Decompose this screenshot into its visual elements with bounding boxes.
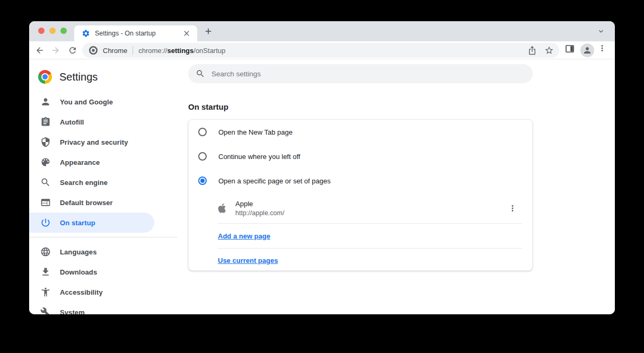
arrow-forward-icon (51, 46, 60, 55)
settings-page: Settings You and Google Autofill Privacy… (29, 59, 615, 314)
startup-page-url: http://apple.com/ (235, 209, 508, 217)
sidebar-item-label: Privacy and security (60, 138, 128, 146)
minimize-window-button[interactable] (49, 28, 56, 34)
chrome-logo-icon (38, 70, 52, 84)
option-continue-where-left-off[interactable]: Continue where you left off (189, 144, 532, 169)
page-title: Settings (59, 71, 98, 83)
new-tab-button[interactable] (201, 24, 216, 38)
address-separator (133, 46, 133, 55)
browser-window-icon (40, 197, 51, 208)
sidebar-item-label: System (60, 308, 85, 315)
section-title: On startup (188, 102, 615, 111)
more-vert-icon (597, 43, 607, 53)
wrench-icon (40, 307, 51, 314)
sidebar-item-on-startup[interactable]: On startup (29, 213, 154, 233)
screenshot-background: Settings - On startup (0, 0, 644, 353)
sidebar-item-system[interactable]: System (29, 302, 154, 314)
back-button[interactable] (33, 44, 46, 57)
profile-button[interactable] (580, 43, 594, 57)
sidebar-item-label: Languages (60, 248, 97, 256)
tab-title: Settings - On startup (95, 30, 182, 37)
arrow-back-icon (35, 46, 45, 55)
sidebar-item-label: Autofill (60, 118, 84, 126)
option-open-new-tab[interactable]: Open the New Tab page (189, 120, 532, 144)
tab-search-button[interactable] (597, 27, 605, 38)
settings-gear-icon (82, 29, 90, 38)
settings-main: On startup Open the New Tab page Continu… (186, 59, 615, 314)
sidebar-item-label: Search engine (60, 179, 108, 187)
use-current-pages-link[interactable]: Use current pages (218, 257, 278, 264)
radio-selected-icon[interactable] (198, 176, 207, 185)
forward-button[interactable] (49, 44, 62, 57)
browser-tab[interactable]: Settings - On startup (74, 25, 197, 41)
tab-strip: Settings - On startup (29, 21, 615, 41)
search-settings-input[interactable] (211, 70, 525, 78)
address-bar[interactable]: Chrome chrome://settings/onStartup (82, 43, 559, 58)
avatar (580, 43, 594, 57)
sidebar-item-label: On startup (60, 219, 95, 227)
option-label: Continue where you left off (218, 153, 300, 161)
apple-logo-icon (217, 203, 227, 214)
sidebar-item-languages[interactable]: Languages (29, 242, 154, 262)
option-label: Open the New Tab page (218, 128, 293, 136)
close-window-button[interactable] (38, 28, 45, 34)
chevron-down-icon (597, 27, 605, 36)
sidebar-item-label: Appearance (60, 158, 100, 166)
address-site-label: Chrome (103, 47, 127, 55)
sidebar-item-downloads[interactable]: Downloads (29, 262, 154, 282)
browser-menu-button[interactable] (597, 43, 607, 53)
settings-sidebar: Settings You and Google Autofill Privacy… (29, 59, 186, 314)
startup-page-name: Apple (235, 200, 508, 208)
search-icon (196, 69, 205, 78)
person-icon (40, 96, 51, 107)
omnibox-actions (527, 43, 554, 58)
address-url: chrome://settings/onStartup (138, 47, 225, 55)
on-startup-card: Open the New Tab page Continue where you… (188, 119, 533, 271)
person-icon (583, 46, 592, 55)
bookmark-star-icon[interactable] (544, 46, 554, 55)
window-controls (38, 28, 67, 34)
reload-icon (68, 46, 77, 55)
sidebar-item-label: Downloads (60, 268, 97, 276)
zoom-window-button[interactable] (60, 28, 67, 34)
radio-unselected-icon[interactable] (198, 128, 207, 136)
radio-unselected-icon[interactable] (198, 152, 207, 161)
globe-icon (40, 246, 51, 257)
download-icon (40, 267, 51, 277)
settings-search[interactable] (188, 64, 533, 83)
add-new-page-row: Add a new page (189, 224, 532, 248)
add-new-page-link[interactable]: Add a new page (218, 232, 270, 240)
sidebar-item-label: You and Google (60, 98, 113, 106)
use-current-pages-row: Use current pages (189, 249, 532, 272)
chrome-mono-icon (89, 46, 98, 55)
side-panel-button[interactable] (564, 43, 575, 54)
reload-button[interactable] (66, 44, 79, 57)
accessibility-icon (40, 287, 51, 297)
share-icon[interactable] (527, 46, 537, 55)
browser-window: Settings - On startup (29, 21, 615, 314)
shield-icon (40, 137, 51, 147)
sidebar-item-appearance[interactable]: Appearance (29, 152, 154, 172)
search-icon (40, 177, 51, 188)
sidebar-item-label: Default browser (60, 199, 113, 207)
sidebar-item-accessibility[interactable]: Accessibility (29, 282, 154, 302)
palette-icon (40, 157, 51, 167)
sidebar-item-privacy-and-security[interactable]: Privacy and security (29, 132, 154, 152)
sidebar-item-search-engine[interactable]: Search engine (29, 172, 154, 192)
power-icon (40, 217, 51, 228)
startup-page-info: Apple http://apple.com/ (235, 200, 508, 217)
browser-toolbar: Chrome chrome://settings/onStartup (29, 41, 615, 59)
option-label: Open a specific page or set of pages (218, 177, 331, 185)
tab-close-icon[interactable] (182, 29, 191, 38)
plus-icon (204, 27, 213, 36)
sidebar-item-label: Accessibility (60, 288, 103, 296)
startup-page-row: Apple http://apple.com/ (189, 193, 532, 223)
sidebar-nav: You and Google Autofill Privacy and secu… (29, 92, 186, 314)
more-vert-icon[interactable] (508, 204, 517, 213)
option-open-specific-pages[interactable]: Open a specific page or set of pages (189, 169, 532, 193)
sidebar-item-default-browser[interactable]: Default browser (29, 192, 154, 213)
sidebar-item-you-and-google[interactable]: You and Google (29, 92, 154, 112)
sidebar-item-autofill[interactable]: Autofill (29, 112, 154, 132)
clipboard-icon (40, 117, 51, 127)
sidebar-divider (29, 237, 177, 237)
